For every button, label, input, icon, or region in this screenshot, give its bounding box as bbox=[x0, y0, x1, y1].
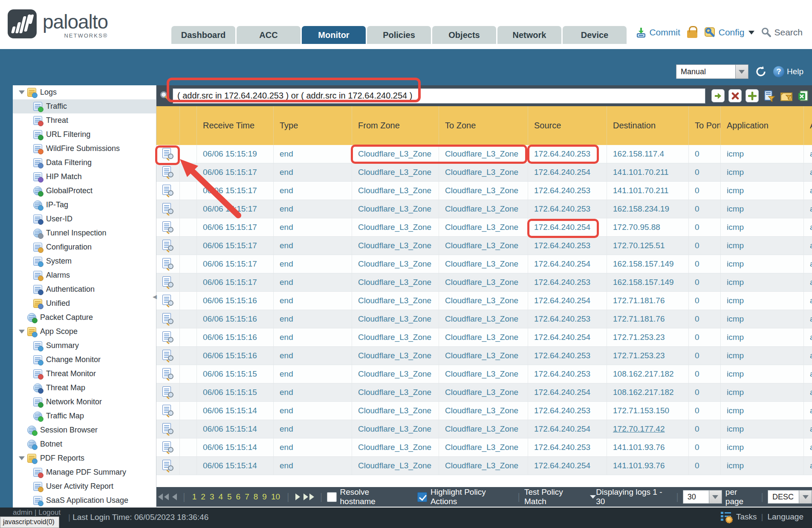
column-header-source[interactable]: Source bbox=[528, 106, 607, 145]
sidebar-item-botnet[interactable]: Botnet bbox=[13, 437, 156, 451]
page-number-6[interactable]: 6 bbox=[236, 492, 241, 502]
cell-source[interactable]: 172.64.240.253 bbox=[528, 182, 607, 200]
log-detail-icon[interactable] bbox=[162, 166, 173, 178]
cell-destination[interactable]: 172.71.153.150 bbox=[607, 402, 689, 420]
page-number-3[interactable]: 3 bbox=[210, 492, 214, 502]
cell-destination[interactable]: 172.71.181.76 bbox=[607, 292, 689, 310]
cell-application[interactable]: icmp bbox=[721, 347, 804, 365]
cell-source[interactable]: 172.64.240.254 bbox=[528, 163, 607, 181]
cell-to-zone[interactable]: Cloudflare_L3_Zone bbox=[439, 200, 528, 218]
sidebar-item-packet-capture[interactable]: Packet Capture bbox=[13, 310, 156, 325]
cell-from-zone[interactable]: Cloudflare_L3_Zone bbox=[352, 273, 439, 291]
cell-to-zone[interactable]: Cloudflare_L3_Zone bbox=[439, 273, 528, 291]
cell-destination[interactable]: 172.71.253.23 bbox=[607, 347, 689, 365]
tab-network[interactable]: Network bbox=[497, 26, 561, 44]
log-detail-icon[interactable] bbox=[162, 240, 173, 252]
test-policy-match-menu[interactable]: Test Policy Match bbox=[524, 487, 587, 506]
cell-source[interactable]: 172.64.240.253 bbox=[528, 145, 607, 163]
log-detail-icon[interactable] bbox=[162, 276, 173, 288]
column-header-to-zone[interactable]: To Zone bbox=[439, 106, 528, 145]
cell-destination[interactable]: 172.70.95.88 bbox=[607, 218, 689, 236]
tasks-button[interactable]: Tasks bbox=[736, 512, 757, 522]
table-row[interactable]: 06/06 15:15:17 end Cloudflare_L3_Zone Cl… bbox=[156, 237, 812, 255]
cell-from-zone[interactable]: Cloudflare_L3_Zone bbox=[352, 145, 439, 163]
page-number-1[interactable]: 1 bbox=[192, 492, 197, 502]
cell-source[interactable]: 172.64.240.253 bbox=[528, 347, 607, 365]
tab-policies[interactable]: Policies bbox=[367, 26, 431, 44]
resolve-hostname-checkbox[interactable] bbox=[327, 492, 337, 502]
cell-from-zone[interactable]: Cloudflare_L3_Zone bbox=[352, 310, 439, 328]
refresh-interval-caret[interactable] bbox=[736, 64, 748, 79]
logout-link[interactable]: Logout bbox=[38, 508, 61, 516]
cell-source[interactable]: 172.64.240.254 bbox=[528, 457, 607, 475]
log-detail-icon[interactable] bbox=[162, 148, 173, 160]
sidebar-item-data-filtering[interactable]: Data Filtering bbox=[13, 156, 156, 170]
first-page-button[interactable] bbox=[156, 493, 170, 500]
table-row[interactable]: 06/06 15:15:16 end Cloudflare_L3_Zone Cl… bbox=[156, 328, 812, 347]
column-header-from-zone[interactable]: From Zone bbox=[352, 106, 439, 145]
cell-source[interactable]: 172.64.240.253 bbox=[528, 237, 607, 255]
cell-to-zone[interactable]: Cloudflare_L3_Zone bbox=[439, 457, 528, 475]
cell-to-zone[interactable]: Cloudflare_L3_Zone bbox=[439, 365, 528, 383]
log-filter-input[interactable] bbox=[173, 88, 705, 104]
cell-destination[interactable]: 172.70.125.51 bbox=[607, 237, 689, 255]
sidebar-item-threat-map[interactable]: Threat Map bbox=[13, 381, 156, 395]
log-detail-icon[interactable] bbox=[162, 350, 173, 362]
sidebar-item-globalprotect[interactable]: GlobalProtect bbox=[13, 184, 156, 198]
tab-acc[interactable]: ACC bbox=[237, 26, 301, 44]
cell-from-zone[interactable]: Cloudflare_L3_Zone bbox=[352, 365, 439, 383]
page-number-9[interactable]: 9 bbox=[262, 492, 267, 502]
sidebar-item-change-monitor[interactable]: Change Monitor bbox=[13, 353, 156, 367]
cell-application[interactable]: icmp bbox=[721, 402, 804, 420]
cell-application[interactable]: icmp bbox=[721, 365, 804, 383]
cell-source[interactable]: 172.64.240.254 bbox=[528, 383, 607, 401]
cell-to-zone[interactable]: Cloudflare_L3_Zone bbox=[439, 255, 528, 273]
cell-destination[interactable]: 172.71.181.76 bbox=[607, 310, 689, 328]
cell-destination[interactable]: 162.158.117.4 bbox=[607, 145, 689, 163]
log-detail-icon[interactable] bbox=[162, 331, 173, 343]
tab-objects[interactable]: Objects bbox=[432, 26, 496, 44]
cell-source[interactable]: 172.64.240.254 bbox=[528, 328, 607, 346]
cell-destination[interactable]: 172.71.253.23 bbox=[607, 328, 689, 346]
per-page-select[interactable]: 30 bbox=[683, 490, 722, 504]
tab-device[interactable]: Device bbox=[563, 26, 627, 44]
sidebar-item-summary[interactable]: Summary bbox=[13, 339, 156, 353]
cell-to-zone[interactable]: Cloudflare_L3_Zone bbox=[439, 438, 528, 456]
cell-application[interactable]: icmp bbox=[721, 200, 804, 218]
cell-from-zone[interactable]: Cloudflare_L3_Zone bbox=[352, 347, 439, 365]
cell-application[interactable]: icmp bbox=[721, 182, 804, 200]
table-row[interactable]: 06/06 15:15:14 end Cloudflare_L3_Zone Cl… bbox=[156, 402, 812, 420]
cell-application[interactable]: icmp bbox=[721, 145, 804, 163]
log-detail-icon[interactable] bbox=[162, 203, 173, 215]
cell-application[interactable]: icmp bbox=[721, 310, 804, 328]
cell-from-zone[interactable]: Cloudflare_L3_Zone bbox=[352, 383, 439, 401]
column-header-action[interactable]: Action bbox=[804, 106, 812, 145]
column-header-type[interactable]: Type bbox=[274, 106, 352, 145]
prev-page-button[interactable] bbox=[170, 493, 179, 500]
cell-destination[interactable]: 162.158.157.149 bbox=[607, 255, 689, 273]
cell-from-zone[interactable]: Cloudflare_L3_Zone bbox=[352, 328, 439, 346]
cell-destination[interactable]: 162.158.234.19 bbox=[607, 200, 689, 218]
table-row[interactable]: 06/06 15:15:19 end Cloudflare_L3_Zone Cl… bbox=[156, 145, 812, 163]
search-button[interactable]: Search bbox=[761, 27, 803, 38]
table-row[interactable]: 06/06 15:15:16 end Cloudflare_L3_Zone Cl… bbox=[156, 347, 812, 365]
cell-to-zone[interactable]: Cloudflare_L3_Zone bbox=[439, 218, 528, 236]
cell-source[interactable]: 172.64.240.254 bbox=[528, 292, 607, 310]
sidebar-item-app-scope[interactable]: App Scope bbox=[13, 325, 156, 339]
cell-from-zone[interactable]: Cloudflare_L3_Zone bbox=[352, 200, 439, 218]
highlight-policy-actions-checkbox[interactable] bbox=[417, 492, 427, 502]
table-row[interactable]: 06/06 15:15:17 end Cloudflare_L3_Zone Cl… bbox=[156, 218, 812, 237]
commit-button[interactable]: Commit bbox=[636, 27, 680, 38]
sidebar-item-unified[interactable]: Unified bbox=[13, 296, 156, 310]
cell-destination[interactable]: 141.101.70.211 bbox=[607, 182, 689, 200]
tab-monitor[interactable]: Monitor bbox=[302, 26, 366, 44]
cell-to-zone[interactable]: Cloudflare_L3_Zone bbox=[439, 402, 528, 420]
page-number-5[interactable]: 5 bbox=[227, 492, 232, 502]
per-page-caret[interactable] bbox=[709, 490, 722, 504]
sidebar-item-threat[interactable]: Threat bbox=[13, 113, 156, 128]
table-row[interactable]: 06/06 15:15:17 end Cloudflare_L3_Zone Cl… bbox=[156, 200, 812, 218]
sidebar-item-user-id[interactable]: User-ID bbox=[13, 212, 156, 226]
tab-dashboard[interactable]: Dashboard bbox=[171, 26, 235, 44]
cell-source[interactable]: 172.64.240.253 bbox=[528, 310, 607, 328]
cell-source[interactable]: 172.64.240.254 bbox=[528, 255, 607, 273]
